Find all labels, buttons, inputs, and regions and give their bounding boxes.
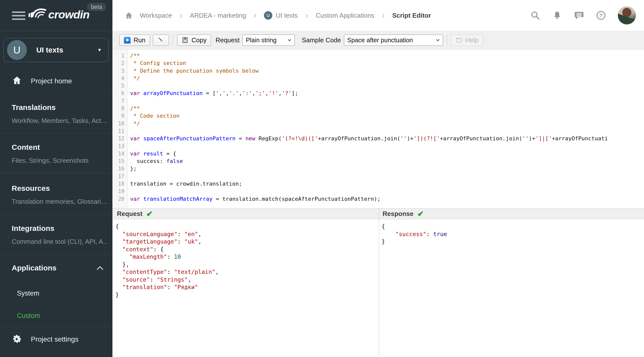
editor-line: 4 */ [112, 75, 644, 82]
json-line: "context": { [116, 246, 379, 253]
editor-line: 20var translationMatchArray = translatio… [112, 195, 644, 203]
breadcrumb-separator: › [254, 11, 256, 20]
crowdin-logo[interactable]: crowdin [28, 7, 90, 22]
line-code [128, 173, 130, 180]
help-button[interactable]: Help [451, 34, 483, 46]
breadcrumb: Workspace›ARDEA - marketing›UUI texts›Cu… [124, 11, 530, 20]
line-code: translation = crowdin.translation; [128, 180, 242, 188]
window-icon [456, 37, 462, 44]
sidebar-section-subtitle: Translation memories, Glossari… [12, 198, 108, 206]
breadcrumb-separator: › [305, 11, 308, 20]
breadcrumb-label: UI texts [276, 12, 298, 20]
line-code: var result = { [128, 150, 176, 158]
line-code: * Define the punctuation symbols below [128, 67, 259, 75]
breadcrumb-item-ardea-marketing[interactable]: ARDEA - marketing [190, 12, 246, 20]
code-editor[interactable]: 1/**2 * Config section3 * Define the pun… [112, 50, 644, 208]
project-selector[interactable]: U UI texts ▼ [3, 38, 109, 62]
check-icon: ✔ [146, 210, 153, 218]
sidebar-section-integrations[interactable]: IntegrationsCommand line tool (CLI), API… [12, 224, 108, 246]
script-toolbar: Run Copy Request Plain string [112, 31, 644, 50]
sidebar-divider [0, 133, 112, 133]
editor-line: 17 [112, 173, 644, 180]
line-number: 8 [112, 105, 128, 112]
sidebar-section-title: Translations [12, 103, 108, 112]
sidebar-section-subtitle: Workflow, Members, Tasks, Act… [12, 117, 108, 125]
sidebar-item-project-home[interactable]: Project home [31, 77, 72, 85]
editor-line: 9 * Code section [112, 112, 644, 120]
play-icon [124, 37, 130, 44]
chevron-up-icon [96, 266, 104, 270]
editor-line: 11 [112, 128, 644, 135]
line-number: 7 [112, 97, 128, 105]
editor-line: 7 [112, 97, 644, 105]
beta-badge: beta [87, 3, 106, 11]
help-icon[interactable]: ? [596, 10, 606, 21]
line-number: 20 [112, 195, 128, 203]
breadcrumb-label: Custom Applications [316, 12, 374, 20]
breadcrumb-item-script-editor[interactable]: Script Editor [392, 12, 431, 20]
line-number: 17 [112, 173, 128, 180]
editor-line: 8/** [112, 105, 644, 112]
json-line: } [382, 238, 644, 246]
response-panel-title: Response [382, 210, 414, 218]
line-number: 2 [112, 60, 128, 67]
sidebar-item-custom[interactable]: Custom [17, 312, 40, 320]
app-root: crowdin beta U UI texts ▼ Project home T… [0, 0, 644, 357]
breadcrumb-item-workspace[interactable]: Workspace [140, 12, 172, 20]
search-icon[interactable] [530, 10, 540, 21]
editor-line: 18translation = crowdin.translation; [112, 180, 644, 188]
line-code [128, 188, 130, 195]
editor-line: 3 * Define the punctuation symbols below [112, 67, 644, 75]
editor-line: 1/** [112, 52, 644, 60]
line-code: success: false [128, 158, 183, 165]
breadcrumb-item-custom-applications[interactable]: Custom Applications [316, 12, 374, 20]
caret-down-icon: ▼ [97, 48, 102, 53]
response-json: { "success": true} [379, 219, 644, 246]
json-line: }, [116, 261, 379, 268]
copy-button[interactable]: Copy [177, 34, 211, 46]
format-brush-button[interactable] [153, 34, 169, 46]
sidebar-item-system[interactable]: System [17, 290, 39, 297]
sidebar-divider [0, 31, 112, 31]
line-code [128, 142, 130, 150]
json-line: "maxLength": 10 [116, 253, 379, 261]
line-number: 1 [112, 52, 128, 60]
toolbar-separator [173, 35, 173, 45]
run-button[interactable]: Run [120, 34, 150, 46]
sidebar-section-translations[interactable]: TranslationsWorkflow, Members, Tasks, Ac… [12, 103, 108, 125]
response-panel: Response ✔ { "success": true} [379, 208, 644, 357]
response-panel-header: Response ✔ [379, 208, 644, 219]
line-code: var spaceAfterPunctuationPattern = new R… [128, 135, 608, 142]
home-icon [12, 76, 22, 85]
messages-icon[interactable] [574, 10, 584, 21]
editor-line: 10 */ [112, 120, 644, 128]
line-code [128, 97, 130, 105]
line-code: * Code section [128, 112, 180, 120]
sidebar-section-content[interactable]: ContentFiles, Strings, Screenshots [12, 143, 108, 164]
line-code [128, 82, 130, 90]
json-line: "source": "Strings", [116, 276, 379, 284]
request-type-select[interactable]: Plain string [242, 34, 295, 46]
notifications-bell-icon[interactable] [552, 10, 562, 21]
breadcrumb-home-icon[interactable] [124, 12, 133, 20]
editor-lines: 1/**2 * Config section3 * Define the pun… [112, 52, 644, 203]
request-json[interactable]: { "sourceLanguage": "en", "targetLanguag… [112, 219, 379, 298]
sidebar-section-subtitle: Files, Strings, Screenshots [12, 156, 108, 164]
line-code: * Config section [128, 60, 186, 67]
sidebar-item-project-settings[interactable]: Project settings [31, 335, 78, 343]
svg-text:?: ? [599, 12, 603, 19]
json-line: "targetLanguage": "uk", [116, 238, 379, 246]
user-avatar[interactable] [618, 6, 636, 25]
json-line: { [116, 223, 379, 230]
line-code: var arrayOfPunctuation = [',','.',':',';… [128, 90, 298, 97]
sidebar-divider [0, 327, 112, 327]
save-icon [182, 36, 188, 44]
menu-icon[interactable] [12, 12, 25, 20]
editor-line: 6var arrayOfPunctuation = [',','.',':','… [112, 90, 644, 97]
gear-icon [11, 333, 22, 345]
breadcrumb-item-ui-texts[interactable]: UUI texts [264, 11, 298, 20]
editor-line: 19 [112, 188, 644, 195]
sample-code-select[interactable]: Space after punctuation [344, 34, 443, 46]
sidebar-section-resources[interactable]: ResourcesTranslation memories, Glossari… [12, 184, 108, 206]
sidebar-item-applications[interactable]: Applications [12, 264, 56, 272]
